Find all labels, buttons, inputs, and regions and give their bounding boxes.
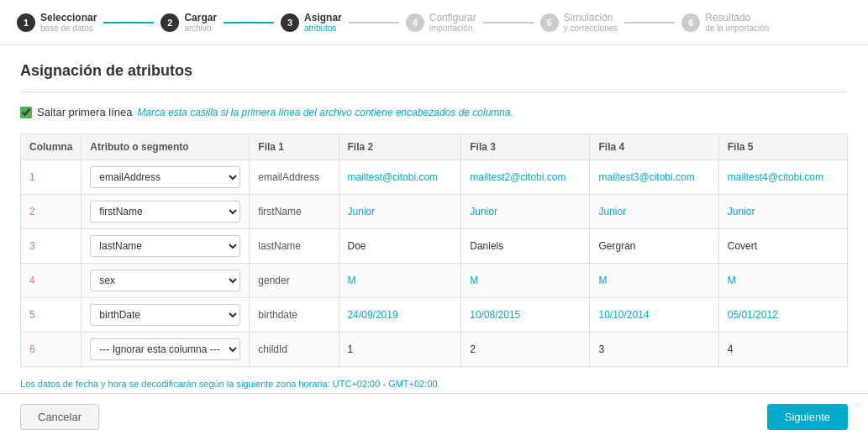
fila3-2: Junior: [461, 195, 590, 229]
col-num-5: 5: [21, 298, 82, 333]
fila2-3: Doe: [339, 229, 461, 264]
fila4-2: Junior: [590, 195, 718, 229]
col-segment-5[interactable]: emailAddressfirstNamelastNamesexbirthDat…: [82, 298, 250, 333]
checkbox-hint: Marca esta casilla si la primera línea d…: [137, 107, 513, 118]
step-2-title: Cargar: [184, 12, 217, 24]
fila4-4: M: [590, 264, 718, 298]
fila2-4: M: [339, 264, 461, 298]
fila5-1: mailtest4@citobi.com: [718, 160, 847, 195]
table-header-row: Columna Atributo o segmento Fila 1 Fila …: [21, 134, 848, 160]
fila3-3: Daniels: [461, 229, 590, 264]
next-button[interactable]: Siguiente: [767, 404, 848, 430]
fila2-1: mailtest@citobi.com: [339, 160, 461, 195]
page-title: Asignación de atributos: [20, 62, 848, 80]
step-2-circle: 2: [160, 13, 179, 32]
col-header-fila1: Fila 1: [250, 134, 339, 160]
step-1-sub: base de datos: [40, 24, 97, 33]
attributes-table: Columna Atributo o segmento Fila 1 Fila …: [20, 134, 848, 367]
fila3-1: mailtest2@citobi.com: [461, 160, 590, 195]
step-5-label: Simulación y correcciones: [564, 12, 618, 33]
fila5-4: M: [718, 264, 847, 298]
stepper: 1 Seleccionar base de datos 2 Cargar arc…: [0, 0, 868, 45]
step-4: 4 Configurar importación: [406, 12, 476, 33]
segment-select-4[interactable]: emailAddressfirstNamelastNamesexbirthDat…: [90, 270, 240, 291]
col-segment-1[interactable]: emailAddressfirstNamelastNamesexbirthDat…: [82, 160, 250, 195]
fila1-4: gender: [250, 264, 339, 298]
col-num-3: 3: [21, 229, 82, 264]
checkbox-label: Saltar primera línea: [37, 106, 132, 118]
step-4-title: Configurar: [429, 12, 476, 24]
step-5-title: Simulación: [564, 12, 618, 24]
step-6-title: Resultado: [705, 12, 769, 24]
col-num-6: 6: [21, 333, 82, 367]
col-num-1: 1: [21, 160, 82, 195]
col-header-columna: Columna: [21, 134, 82, 160]
step-6-sub: de la importación: [705, 24, 769, 33]
step-5-sub: y correcciones: [564, 24, 618, 33]
fila1-1: emailAddress: [250, 160, 339, 195]
step-1-title: Seleccionar: [40, 12, 97, 24]
table-row: 1emailAddressfirstNamelastNamesexbirthDa…: [21, 160, 848, 195]
fila4-6: 3: [590, 333, 718, 367]
table-row: 2emailAddressfirstNamelastNamesexbirthDa…: [21, 195, 848, 229]
step-1-label: Seleccionar base de datos: [40, 12, 97, 33]
fila5-5: 05/01/2012: [718, 298, 847, 333]
step-2-sub: archivo: [184, 24, 217, 33]
connector-2: [224, 22, 274, 24]
table-row: 3emailAddressfirstNamelastNamesexbirthDa…: [21, 229, 848, 264]
main-content: Asignación de atributos Saltar primera l…: [0, 45, 868, 439]
col-segment-3[interactable]: emailAddressfirstNamelastNamesexbirthDat…: [82, 229, 250, 264]
fila2-6: 1: [339, 333, 461, 367]
step-5-circle: 5: [540, 13, 559, 32]
connector-4: [483, 22, 534, 24]
fila1-3: lastName: [250, 229, 339, 264]
segment-select-1[interactable]: emailAddressfirstNamelastNamesexbirthDat…: [90, 166, 240, 188]
step-6: 6 Resultado de la importación: [681, 12, 769, 33]
segment-select-5[interactable]: emailAddressfirstNamelastNamesexbirthDat…: [90, 304, 240, 326]
col-header-fila4: Fila 4: [590, 134, 718, 160]
segment-select-2[interactable]: emailAddressfirstNamelastNamesexbirthDat…: [90, 201, 240, 223]
col-num-4: 4: [21, 264, 82, 298]
segment-select-6[interactable]: emailAddressfirstNamelastNamesexbirthDat…: [90, 338, 240, 360]
skip-first-line-row: Saltar primera línea Marca esta casilla …: [20, 106, 848, 118]
step-5: 5 Simulación y correcciones: [540, 12, 618, 33]
step-1-circle: 1: [17, 13, 35, 32]
fila1-5: birthdate: [250, 298, 339, 333]
fila1-6: childId: [250, 333, 339, 367]
fila3-6: 2: [461, 333, 590, 367]
fila4-5: 10/10/2014: [590, 298, 718, 333]
col-num-2: 2: [21, 195, 82, 229]
fila3-5: 10/08/2015: [461, 298, 590, 333]
col-segment-4[interactable]: emailAddressfirstNamelastNamesexbirthDat…: [82, 264, 250, 298]
col-segment-6[interactable]: emailAddressfirstNamelastNamesexbirthDat…: [82, 333, 250, 367]
table-row: 4emailAddressfirstNamelastNamesexbirthDa…: [21, 264, 848, 298]
connector-1: [103, 22, 154, 24]
connector-5: [624, 22, 675, 24]
fila5-3: Covert: [718, 229, 847, 264]
table-row: 6emailAddressfirstNamelastNamesexbirthDa…: [21, 333, 848, 367]
connector-3: [349, 22, 399, 24]
cancel-button[interactable]: Cancelar: [20, 404, 99, 430]
step-4-circle: 4: [406, 13, 424, 32]
fila4-3: Gergran: [590, 229, 718, 264]
col-segment-2[interactable]: emailAddressfirstNamelastNamesexbirthDat…: [82, 195, 250, 229]
fila5-6: 4: [718, 333, 847, 367]
step-2-label: Cargar archivo: [184, 12, 217, 33]
col-header-fila5: Fila 5: [718, 134, 847, 160]
skip-first-line-checkbox[interactable]: [20, 107, 32, 118]
step-3: 3 Asignar atributos: [281, 12, 342, 33]
step-1: 1 Seleccionar base de datos: [17, 12, 97, 33]
step-6-circle: 6: [681, 13, 700, 32]
step-3-title: Asignar: [304, 12, 342, 24]
step-4-sub: importación: [429, 24, 476, 33]
fila2-2: Junior: [339, 195, 461, 229]
step-3-circle: 3: [281, 13, 299, 32]
table-row: 5emailAddressfirstNamelastNamesexbirthDa…: [21, 298, 848, 333]
fila4-1: mailtest3@citobi.com: [590, 160, 718, 195]
col-header-fila3: Fila 3: [461, 134, 590, 160]
step-6-label: Resultado de la importación: [705, 12, 769, 33]
segment-select-3[interactable]: emailAddressfirstNamelastNamesexbirthDat…: [90, 235, 240, 257]
fila3-4: M: [461, 264, 590, 298]
action-bar: Cancelar Siguiente: [0, 393, 868, 439]
fila2-5: 24/09/2019: [339, 298, 461, 333]
